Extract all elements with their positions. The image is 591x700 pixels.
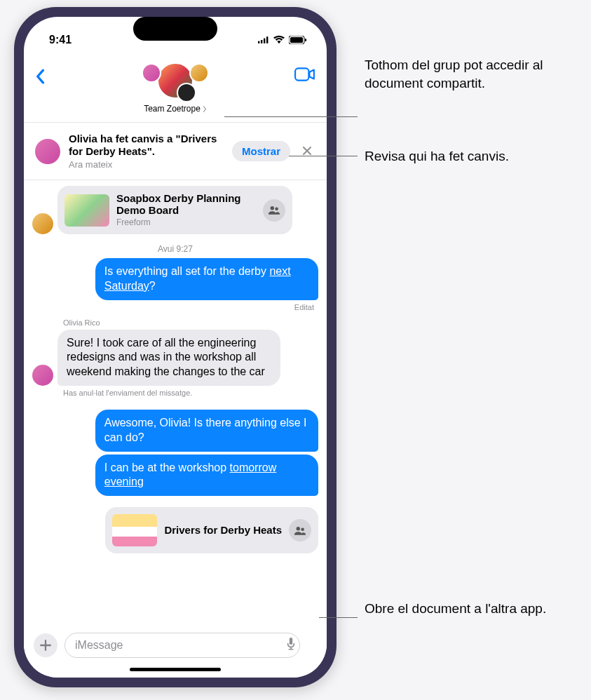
sender-name-label: Olivia Rico xyxy=(63,318,318,327)
message-bubble-received[interactable]: Sure! I took care of all the engineering… xyxy=(57,330,280,386)
wifi-icon xyxy=(273,34,285,46)
dynamic-island xyxy=(133,17,217,41)
input-placeholder: iMessage xyxy=(75,639,123,652)
callout-3: Obre el document a l'altra app. xyxy=(365,600,546,618)
svg-point-8 xyxy=(270,206,273,210)
message-row-sent: Awesome, Olivia! Is there anything else … xyxy=(32,410,318,452)
video-icon xyxy=(294,67,315,81)
sender-avatar xyxy=(32,365,53,386)
callout-2: Revisa qui ha fet canvis. xyxy=(365,147,509,166)
svg-rect-6 xyxy=(305,39,306,41)
svg-rect-3 xyxy=(266,36,268,43)
close-icon xyxy=(302,146,312,156)
phone-frame: 9:41 Team Zoetrope xyxy=(14,7,337,687)
message-row-sent: Is everything all set for the derby next… xyxy=(32,258,318,300)
svg-point-9 xyxy=(275,207,278,210)
msg-text: Is everything all set for the derby xyxy=(104,265,270,277)
msg-text: I can be at the workshop xyxy=(104,462,230,473)
timestamp: Avui 9:27 xyxy=(32,244,318,254)
callout-line xyxy=(289,156,358,156)
group-avatar-cluster xyxy=(133,59,217,102)
notif-close-button[interactable] xyxy=(299,143,315,159)
plus-icon xyxy=(40,640,51,651)
header-center[interactable]: Team Zoetrope xyxy=(63,59,287,114)
people-icon xyxy=(268,206,280,215)
message-row-received: Sure! I took care of all the engineering… xyxy=(32,330,318,386)
back-button[interactable] xyxy=(35,59,63,89)
plus-button[interactable] xyxy=(34,633,57,657)
home-indicator[interactable] xyxy=(130,668,221,671)
svg-rect-2 xyxy=(264,39,265,43)
messages-scroll[interactable]: Soapbox Derby Planning Demo Board Freefo… xyxy=(24,180,327,628)
notif-text: Olivia ha fet canvis a "Drivers for Derb… xyxy=(69,133,224,170)
status-time: 9:41 xyxy=(49,34,72,46)
document-attachment-card[interactable]: Drivers for Derby Heats xyxy=(105,507,318,553)
notif-show-button[interactable]: Mostrar xyxy=(232,141,290,161)
callout-line xyxy=(319,617,358,618)
message-bubble-sent[interactable]: I can be at the workshop tomorrow evenin… xyxy=(95,455,318,497)
svg-rect-5 xyxy=(290,37,303,43)
edited-label: Editat xyxy=(32,303,314,311)
nav-header: Team Zoetrope xyxy=(24,55,327,122)
attachment-thumbnail xyxy=(112,514,157,546)
group-name-label: Team Zoetrope xyxy=(144,104,201,114)
cellular-icon xyxy=(258,34,269,46)
message-bubble-sent[interactable]: Is everything all set for the derby next… xyxy=(95,258,318,300)
chevron-right-icon xyxy=(203,106,207,112)
svg-point-11 xyxy=(301,527,304,531)
battery-icon xyxy=(289,36,307,44)
notif-subtitle: Ara mateix xyxy=(69,159,224,170)
svg-rect-12 xyxy=(290,638,292,645)
attachment-app: Freeform xyxy=(116,217,256,227)
callout-1: Tothom del grup pot accedir al document … xyxy=(365,56,575,92)
attachment-title: Soapbox Derby Planning Demo Board xyxy=(116,193,256,216)
attachment-row-top: Soapbox Derby Planning Demo Board Freefo… xyxy=(32,186,318,234)
notif-avatar xyxy=(35,139,60,164)
freeform-attachment-card[interactable]: Soapbox Derby Planning Demo Board Freefo… xyxy=(57,186,292,234)
collab-notification-banner: Olivia ha fet canvis a "Drivers for Derb… xyxy=(24,122,327,180)
callout-line xyxy=(224,116,358,117)
message-input[interactable]: iMessage xyxy=(64,633,300,658)
avatar-small-1 xyxy=(142,63,161,83)
facetime-button[interactable] xyxy=(287,59,315,84)
svg-rect-7 xyxy=(295,68,308,80)
attachment-collab-button[interactable] xyxy=(289,519,311,541)
mic-icon xyxy=(286,637,296,651)
svg-rect-1 xyxy=(261,40,262,43)
group-name[interactable]: Team Zoetrope xyxy=(144,104,207,114)
attachment-collab-button[interactable] xyxy=(263,199,285,222)
attachment-title: Drivers for Derby Heats xyxy=(164,525,282,537)
attachment-row-bottom: Drivers for Derby Heats xyxy=(32,507,318,553)
chevron-left-icon xyxy=(35,69,45,84)
svg-point-10 xyxy=(297,527,300,530)
avatar-small-2 xyxy=(189,63,209,83)
people-icon xyxy=(294,526,306,535)
notif-title: Olivia ha fet canvis a "Drivers for Derb… xyxy=(69,133,224,158)
unsent-note: Has anul·lat l'enviament del missatge. xyxy=(63,389,318,397)
attachment-thumbnail xyxy=(64,194,109,227)
status-icons xyxy=(258,34,307,46)
message-row-sent: I can be at the workshop tomorrow evenin… xyxy=(32,455,318,497)
attachment-text: Soapbox Derby Planning Demo Board Freefo… xyxy=(116,193,256,227)
sender-avatar xyxy=(32,213,53,234)
avatar-small-3 xyxy=(177,83,196,102)
svg-rect-0 xyxy=(258,41,259,43)
message-bubble-sent[interactable]: Awesome, Olivia! Is there anything else … xyxy=(95,410,318,452)
dictation-button[interactable] xyxy=(286,637,296,654)
attachment-text: Drivers for Derby Heats xyxy=(164,525,282,537)
msg-text: ? xyxy=(149,280,156,292)
